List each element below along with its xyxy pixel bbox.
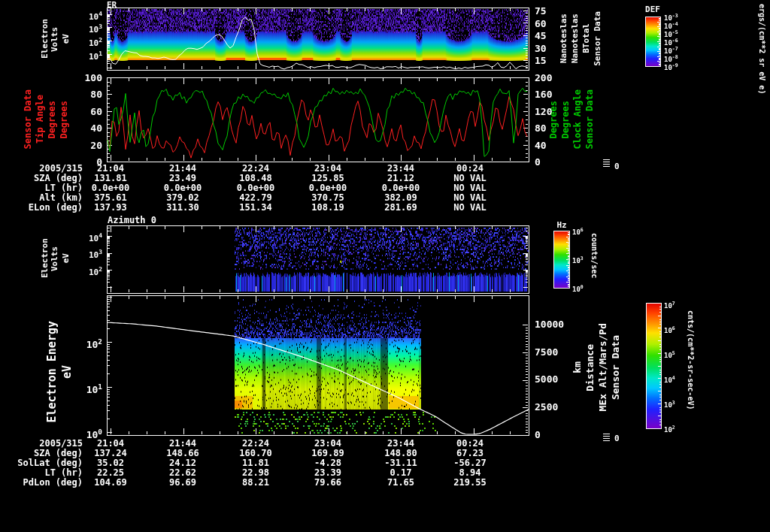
cb-tick: 100: [572, 284, 584, 293]
panel4-y2-axis-label: Sensor Data MEx Alt/Mars/Pd Distance km: [571, 299, 621, 436]
table-cell: 88.21: [220, 478, 292, 488]
y2-tick: 10000: [535, 319, 564, 329]
y-tick: 101: [66, 50, 102, 61]
axis-label-line: BTotal: [581, 23, 591, 53]
y-tick: 100: [71, 73, 102, 83]
table-cell: 71.65: [365, 478, 437, 488]
y-tick: 60: [71, 107, 102, 116]
y-tick: 104: [66, 10, 102, 21]
panel1-y2-axis-label: Sensor Data BTotal Nanoteslas Nanoteslas: [556, 5, 605, 72]
row-label: ELon (deg): [0, 203, 83, 213]
colorbar1-title: DEF: [639, 5, 666, 14]
cb-tick: 102: [664, 425, 675, 434]
panel1-y-axis-label: Electron Volts eV: [41, 8, 68, 71]
table-cell: 137.93: [74, 203, 147, 213]
axis-label-line: Degrees: [47, 101, 57, 139]
table-cell: 151.34: [220, 203, 292, 213]
table-cell: 219.55: [434, 478, 506, 488]
y2-tick: 5000: [535, 374, 558, 384]
axis-label-line: MEx Alt/Mars/Pd: [597, 323, 608, 411]
panel3-y-axis-label: Electron Volts eV: [41, 225, 68, 292]
y2-tick: 40: [535, 141, 547, 150]
cb-tick: 105: [664, 350, 675, 359]
axis-label-line: Degrees: [560, 101, 571, 139]
table-cell: 79.66: [292, 478, 364, 488]
axis-label-line: Sensor Data: [610, 335, 621, 400]
axis-label-line: Electron Volts: [40, 8, 59, 71]
cb-tick: 103: [572, 255, 584, 264]
cb-tick: 103: [664, 400, 675, 409]
table-cell: 108.19: [292, 203, 364, 213]
y2-tick: 80: [535, 123, 547, 133]
panel3-title: Azimuth 0: [108, 215, 156, 225]
table-cell: 104.69: [74, 478, 147, 488]
plot-page: ER Electron Volts eV 104 103 102 101 75 …: [0, 0, 770, 532]
colorbar4-unit-label: cnts/(cm**2-sr-sec-eV): [687, 310, 695, 410]
cb-tick: 10-9: [664, 62, 678, 71]
axis-label-line: Clock Angle: [572, 89, 583, 149]
y-tick: 102: [66, 36, 102, 47]
y-tick: 20: [71, 141, 102, 150]
y-tick: 101: [57, 382, 102, 394]
axis-label-line: Nanoteslas: [559, 14, 568, 63]
panel4-y-axis-label: Electron Energy eV: [44, 312, 75, 432]
y2-tick: 45: [535, 31, 547, 41]
axis-label-line: Sensor Data: [593, 11, 602, 66]
cb-tick: 107: [664, 301, 675, 310]
colorbar1-unit-label: ergs/(cm**2 sr eV e): [758, 4, 766, 94]
axis-label-line: Electron Volts: [40, 225, 59, 292]
axis-label-line: Sensor Data: [23, 89, 33, 149]
colorbar3-title: Hz: [550, 221, 573, 229]
axis-label-line: Nanoteslas: [570, 14, 580, 63]
y2-tick: 75: [535, 6, 547, 16]
y-tick: 102: [57, 337, 102, 349]
cb-tick: 106: [664, 325, 675, 334]
cb-tick: 104: [664, 375, 675, 384]
axis-label-line: Degrees: [59, 101, 69, 139]
panel1-title: ER: [107, 0, 117, 10]
y2-tick: 7500: [535, 347, 558, 357]
y-tick: 104: [66, 231, 102, 243]
y-tick: 40: [71, 123, 102, 133]
axis-label-line: km: [571, 361, 583, 373]
y2-tick: 30: [535, 44, 547, 53]
table-cell: NO VAL: [434, 203, 506, 213]
table-row: PdLon (deg) 104.6996.6988.2179.6671.6521…: [0, 478, 770, 488]
y-tick: 103: [66, 23, 102, 34]
axis-label-line: Degrees: [548, 101, 559, 139]
table-cell: 281.69: [365, 203, 437, 213]
axis-label-line: Sensor Data: [584, 89, 595, 149]
panel2-y-axis-label: Sensor Data Tip Angle Degrees Degrees: [21, 76, 71, 163]
y2-tick: 60: [535, 19, 547, 29]
y2-tick: 15: [535, 56, 547, 65]
axis-label-line: Tip Angle: [35, 95, 45, 144]
y-tick: 80: [71, 89, 102, 99]
y-tick: 103: [66, 248, 102, 259]
table-cell: 311.30: [147, 203, 219, 213]
row-label: PdLon (deg): [0, 478, 83, 488]
panel2-y2-axis-label: Sensor Data Clock Angle Degrees Degrees: [546, 76, 597, 163]
y2-tick: 2500: [535, 402, 558, 412]
axis-label-line: Distance: [584, 344, 596, 391]
axis-label-line: eV: [60, 365, 74, 379]
cb-tick: 106: [572, 227, 584, 236]
table-row: ELon (deg) 137.93311.30151.34108.19281.6…: [0, 203, 770, 213]
y-tick: 102: [66, 265, 102, 277]
table-cell: 96.69: [147, 478, 219, 488]
colorbar3-unit-label: counts/sec: [590, 233, 599, 278]
